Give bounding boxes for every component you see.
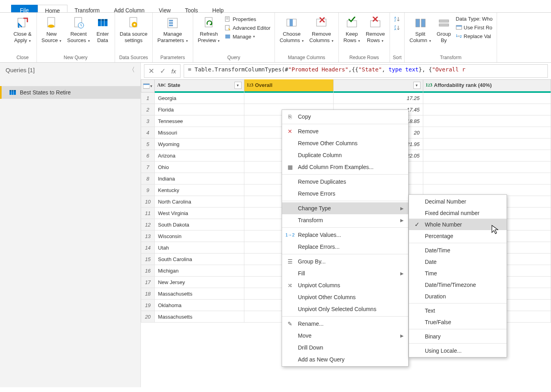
sub-duration[interactable]: Duration <box>409 290 507 302</box>
ctx-remove-errors[interactable]: Remove Errors <box>282 188 408 200</box>
cancel-formula-button[interactable]: ✕ <box>148 67 154 75</box>
cell-afford[interactable] <box>423 127 551 138</box>
filter-button[interactable]: ▾ <box>234 82 242 89</box>
new-source-button[interactable]: New Source ▾ <box>39 15 64 46</box>
cell-afford[interactable] <box>423 150 551 161</box>
ctx-duplicate[interactable]: Duplicate Column <box>282 149 408 161</box>
sort-asc-button[interactable]: AZ <box>392 15 402 23</box>
use-first-row-button[interactable]: Use First Ro <box>454 23 494 31</box>
menu-view[interactable]: View <box>152 5 178 12</box>
ctx-copy[interactable]: ⎘Copy <box>282 111 408 123</box>
refresh-preview-button[interactable]: Refresh Preview ▾ <box>196 15 223 46</box>
ctx-replace-values[interactable]: 1→2Replace Values... <box>282 229 408 241</box>
ctx-drill[interactable]: Drill Down <box>282 342 408 354</box>
cell-state[interactable]: Wyoming <box>155 138 244 150</box>
cell-state[interactable]: Georgia <box>155 92 244 104</box>
cell-state[interactable]: Arizona <box>155 150 244 161</box>
keep-rows-button[interactable]: Keep Rows ▾ <box>341 15 363 46</box>
column-header-affordability[interactable]: 123Affordability rank (40%) <box>423 80 551 92</box>
cell-state[interactable]: Ohio <box>155 161 244 173</box>
sub-binary[interactable]: Binary <box>409 331 507 342</box>
sub-datetime[interactable]: Date/Time <box>409 244 507 256</box>
cell-state[interactable]: Michigan <box>155 265 244 277</box>
cell-state[interactable]: Massachusetts <box>155 311 244 323</box>
cell-state[interactable]: New Jersey <box>155 277 244 288</box>
properties-button[interactable]: Properties <box>223 15 272 23</box>
select-all-corner[interactable]: ▾ <box>141 80 155 92</box>
column-header-score[interactable]: ▾ <box>334 80 423 92</box>
ctx-remove[interactable]: ✕Remove <box>282 125 408 137</box>
formula-bar[interactable]: = Table.TransformColumnTypes(#"Promoted … <box>184 64 548 78</box>
column-header-state[interactable]: ABCState▾ <box>155 80 244 92</box>
cell-afford[interactable] <box>423 115 551 127</box>
sub-tf[interactable]: True/False <box>409 316 507 328</box>
choose-columns-button[interactable]: Choose Columns ▾ <box>277 15 306 46</box>
sub-date[interactable]: Date <box>409 256 507 267</box>
group-by-button[interactable]: Group By <box>434 15 453 46</box>
replace-values-button[interactable]: 12Replace Val <box>454 32 494 40</box>
sub-whole[interactable]: ✓Whole Number <box>409 219 507 230</box>
ctx-unpivot-sel[interactable]: Unpivot Only Selected Columns <box>282 303 408 315</box>
advanced-editor-button[interactable]: Advanced Editor <box>223 24 272 32</box>
ctx-change-type[interactable]: Change Type▶ <box>282 202 408 214</box>
sub-fixed[interactable]: Fixed decimal number <box>409 207 507 219</box>
ctx-remove-dupes[interactable]: Remove Duplicates <box>282 176 408 188</box>
ctx-unpivot[interactable]: ⤭Unpivot Columns <box>282 279 408 291</box>
cell-state[interactable]: South Carolina <box>155 254 244 265</box>
cell-afford[interactable] <box>423 138 551 150</box>
manage-button[interactable]: Manage ▾ <box>223 33 272 40</box>
manage-parameters-button[interactable]: Manage Parameters ▾ <box>155 15 190 46</box>
ctx-fill[interactable]: Fill▶ <box>282 267 408 279</box>
cell-afford[interactable] <box>423 92 551 104</box>
cell-afford[interactable] <box>423 104 551 115</box>
recent-sources-button[interactable]: Recent Sources ▾ <box>65 15 92 46</box>
ctx-transform[interactable]: Transform▶ <box>282 214 408 226</box>
ctx-add-examples[interactable]: ▦Add Column From Examples... <box>282 161 408 173</box>
ctx-rename[interactable]: ✎Rename... <box>282 318 408 330</box>
menu-transform[interactable]: Transform <box>67 5 107 12</box>
cell-afford[interactable] <box>423 173 551 184</box>
ctx-replace-errors[interactable]: Replace Errors... <box>282 241 408 253</box>
menu-tools[interactable]: Tools <box>178 5 205 12</box>
cell-state[interactable]: North Carolina <box>155 196 244 208</box>
split-column-button[interactable]: Split Column ▾ <box>407 15 433 46</box>
cell-state[interactable]: Oklahoma <box>155 300 244 311</box>
remove-columns-button[interactable]: Remove Columns ▾ <box>307 15 336 46</box>
cell-state[interactable]: West Virginia <box>155 208 244 219</box>
cell-state[interactable]: Kentucky <box>155 184 244 196</box>
menu-add-column[interactable]: Add Column <box>107 5 152 12</box>
menu-help[interactable]: Help <box>205 5 231 12</box>
cell-state[interactable]: Wisconsin <box>155 231 244 242</box>
cell-afford[interactable] <box>423 161 551 173</box>
data-source-settings-button[interactable]: Data source settings <box>117 15 150 46</box>
sub-text[interactable]: Text <box>409 305 507 316</box>
enter-data-button[interactable]: Enter Data <box>93 15 112 46</box>
close-apply-button[interactable]: Close & Apply ▾ <box>11 15 34 46</box>
sub-decimal[interactable]: Decimal Number <box>409 196 507 207</box>
filter-button[interactable]: ▾ <box>413 82 420 89</box>
data-type-dropdown[interactable]: Data Type: Who <box>454 15 494 23</box>
cell-state[interactable]: Tennessee <box>155 115 244 127</box>
sort-desc-button[interactable]: ZA <box>392 24 402 32</box>
ctx-add-query[interactable]: Add as New Query <box>282 354 408 365</box>
table-row[interactable]: 1 Georgia 17.25 <box>141 92 551 104</box>
ctx-unpivot-other[interactable]: Unpivot Other Columns <box>282 291 408 303</box>
remove-rows-button[interactable]: Remove Rows ▾ <box>363 15 387 46</box>
cell-overall[interactable] <box>244 92 334 104</box>
ctx-group-by[interactable]: ☰Group By... <box>282 256 408 267</box>
ctx-remove-other[interactable]: Remove Other Columns <box>282 137 408 149</box>
cell-state[interactable]: Florida <box>155 104 244 115</box>
sub-time[interactable]: Time <box>409 267 507 279</box>
column-header-overall[interactable]: 123Overall <box>244 80 334 92</box>
query-item[interactable]: Best States to Retire <box>0 86 140 99</box>
cell-state[interactable]: South Dakota <box>155 219 244 231</box>
cell-state[interactable]: Utah <box>155 242 244 254</box>
ctx-move[interactable]: Move▶ <box>282 330 408 342</box>
cell-score[interactable]: 17.25 <box>334 92 423 104</box>
cell-state[interactable]: Massachusetts <box>155 288 244 300</box>
sub-locale[interactable]: Using Locale... <box>409 345 507 356</box>
sub-percent[interactable]: Percentage <box>409 230 507 242</box>
cell-state[interactable]: Indiana <box>155 173 244 184</box>
collapse-queries-button[interactable]: 〈 <box>129 66 135 74</box>
menu-home[interactable]: Home <box>38 5 67 12</box>
